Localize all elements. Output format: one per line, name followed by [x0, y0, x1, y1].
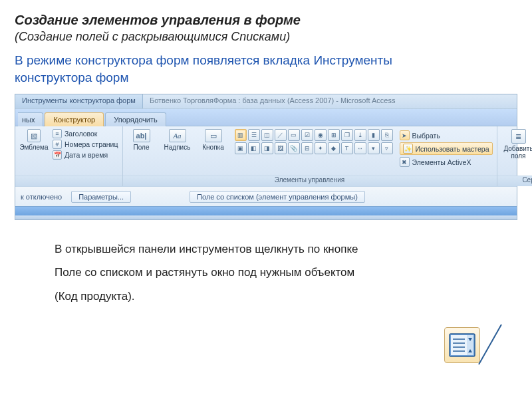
tab-prev-cut[interactable]: ных: [18, 112, 43, 126]
listbox-icon[interactable]: ☰: [248, 129, 260, 141]
use-wizard-button[interactable]: ✨ Использовать мастера: [400, 142, 493, 155]
activex-button[interactable]: ✖ Элементы ActiveX: [400, 157, 493, 167]
line-tool-icon: [475, 321, 505, 370]
msgbar-text: к отключено: [21, 193, 62, 201]
subform-icon[interactable]: ◫: [261, 129, 273, 141]
nav-icon[interactable]: ↔: [354, 142, 366, 154]
hash-icon: #: [53, 140, 62, 149]
combobox-large-icon: [444, 321, 505, 372]
hyperlink-icon[interactable]: ⎘: [381, 129, 393, 141]
checkbox-icon[interactable]: ☑: [301, 129, 313, 141]
svg-rect-1: [451, 335, 467, 355]
group-label-service: Сервис: [497, 176, 532, 186]
body-line-2: Поле со списком и растянуть окно под нуж…: [55, 263, 427, 281]
calendar-icon: 📅: [53, 150, 62, 160]
button-label: Кнопка: [202, 144, 223, 151]
line-icon[interactable]: ／: [275, 129, 287, 141]
tab-constructor[interactable]: Конструктор: [45, 112, 104, 126]
add-fields-button[interactable]: ≣ Добавить поля: [501, 129, 532, 160]
combobox-glyph-icon: [448, 331, 476, 359]
frame-icon[interactable]: ▣: [235, 142, 247, 154]
tooltip-combobox: Поле со списком (элемент управления форм…: [190, 191, 365, 203]
header-label: Заголовок: [65, 130, 97, 138]
group-label-blank: [15, 176, 122, 186]
image2-icon[interactable]: 🖼: [275, 142, 287, 154]
controls-gallery: ▥ ☰ ◫ ／ ▭ ☑ ◉ ⊞ ❐ ⤓ ▮ ⎘ ▣ ◧: [235, 129, 393, 154]
attach-icon[interactable]: 📎: [288, 142, 300, 154]
tab-icon[interactable]: ❐: [341, 129, 353, 141]
toggle-icon[interactable]: ⊞: [328, 129, 340, 141]
decor-bar-2: [15, 215, 517, 219]
add-fields-label: Добавить поля: [501, 145, 532, 160]
tab-arrange[interactable]: Упорядочить: [105, 112, 166, 126]
bound-icon[interactable]: ◨: [261, 142, 273, 154]
cursor-icon: ➤: [400, 130, 410, 140]
header-icon: ≡: [53, 129, 62, 138]
button-icon: ▭: [205, 129, 222, 142]
select-label: Выбрать: [412, 132, 440, 140]
rectangle-icon[interactable]: ▭: [288, 129, 300, 141]
textbox-icon: ab|: [133, 129, 150, 142]
add-fields-icon: ≣: [511, 129, 526, 144]
pages-label: Номера страниц: [65, 140, 118, 148]
logo-icon[interactable]: ◆: [328, 142, 340, 154]
slide-subtitle: (Создание полей с раскрывающимися Списка…: [15, 30, 517, 44]
combobox-icon[interactable]: ▥: [235, 129, 247, 141]
image-icon: ▧: [27, 129, 41, 142]
group-icon[interactable]: ⊟: [301, 142, 313, 154]
emblem-label: Эмблема: [20, 144, 49, 151]
option-icon[interactable]: ◉: [315, 129, 327, 141]
expand-icon[interactable]: ▿: [381, 142, 393, 154]
select-tool-button[interactable]: ➤ Выбрать: [400, 130, 493, 140]
textbox-button[interactable]: ab| Поле: [127, 129, 156, 151]
params-button[interactable]: Параметры...: [71, 191, 131, 203]
field-label: Поле: [134, 144, 150, 151]
smart-icon[interactable]: ✦: [315, 142, 327, 154]
context-tab-title: Инструменты конструктора форм: [15, 94, 143, 108]
chart-icon[interactable]: ▮: [368, 129, 380, 141]
body-paragraph: В открывшейся панели инструментов щелкну…: [55, 240, 427, 305]
datetime-button[interactable]: 📅 Дата и время: [53, 150, 118, 160]
header-button[interactable]: ≡ Заголовок: [53, 129, 118, 138]
slide-title: Создание элементов управления в форме: [15, 12, 517, 29]
unbound-icon[interactable]: ◧: [248, 142, 260, 154]
label-text: Надпись: [164, 144, 191, 151]
window-title: Ботвенко ТорговляФорма : база данных (Ac…: [143, 94, 517, 108]
title-icon[interactable]: T: [341, 142, 353, 154]
activex-label: Элементы ActiveX: [412, 158, 471, 166]
wand-icon: ✨: [403, 144, 413, 154]
access-ribbon-screenshot: Инструменты конструктора форм Ботвенко Т…: [15, 94, 517, 220]
activex-icon: ✖: [400, 157, 410, 167]
intro-text: В режиме конструктора форм появляется вк…: [15, 52, 440, 86]
cmdbutton-button[interactable]: ▭ Кнопка: [199, 129, 228, 151]
pagebreak-icon[interactable]: ⤓: [354, 129, 366, 141]
label-button[interactable]: Aa Надпись: [163, 129, 192, 151]
group-label-controls: Элементы управления: [123, 176, 497, 186]
body-line-3: (Код продукта).: [55, 287, 427, 305]
datetime-label: Дата и время: [65, 151, 108, 159]
decor-bar: [15, 206, 517, 215]
more-icon[interactable]: ▾: [368, 142, 380, 154]
svg-line-9: [479, 325, 501, 364]
label-icon: Aa: [169, 129, 186, 142]
emblem-button[interactable]: ▧ Эмблема: [19, 129, 49, 151]
page-numbers-button[interactable]: # Номера страниц: [53, 140, 118, 149]
body-line-1: В открывшейся панели инструментов щелкну…: [55, 240, 427, 258]
wizard-label: Использовать мастера: [416, 145, 489, 153]
